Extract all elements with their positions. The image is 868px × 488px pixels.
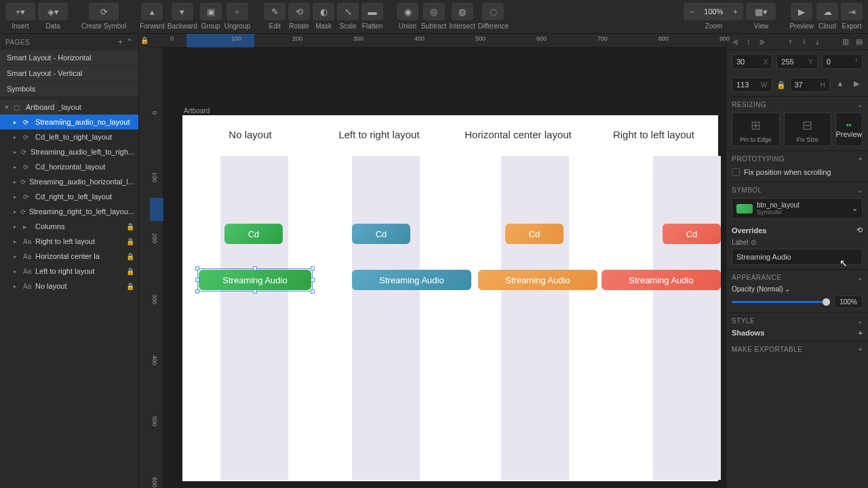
scale-button[interactable]: ⤡	[337, 3, 359, 20]
collapse-icon[interactable]: ⌄	[857, 317, 863, 325]
link-icon[interactable]: ⊙	[751, 239, 756, 246]
cloud-label: Cloud	[818, 22, 836, 30]
opacity-label: Opacity (Normal)	[732, 285, 783, 293]
zoom-value[interactable]: 100%	[700, 7, 727, 16]
dist-h-icon[interactable]: ▥	[840, 36, 852, 48]
align-middle-icon[interactable]: ⫲	[798, 36, 810, 48]
layer-item[interactable]: ▸⟳Streaming_audio_horizontal_l...	[0, 174, 138, 189]
align-top-icon[interactable]: ⫯	[785, 36, 797, 48]
dist-v-icon[interactable]: ▤	[853, 36, 865, 48]
left-panel: PAGES+⌃ Smart Layout - Horizontal Smart …	[0, 34, 139, 488]
x-input[interactable]: 30X	[732, 54, 772, 69]
layer-list: ▼▢Artboard ▸⟳Cd_no_layout▸⟳Streamiing_au…	[0, 100, 138, 488]
cd-button[interactable]: Cd	[663, 224, 721, 244]
override-input[interactable]: Streaming Audio	[732, 249, 863, 265]
view-button[interactable]: ▦▾	[746, 3, 776, 20]
edit-button[interactable]: ✎	[264, 3, 285, 20]
zoom-in-button[interactable]: +	[727, 3, 743, 20]
opacity-dropdown-icon[interactable]: ⌄	[785, 285, 790, 293]
cd-button[interactable]: Cd	[352, 224, 410, 244]
artboard[interactable]: No layout Left to right layout Horizonta…	[182, 115, 718, 481]
streaming-button[interactable]: Streaming Audio	[352, 270, 471, 290]
insert-button[interactable]: +▾	[5, 3, 35, 20]
group-button[interactable]: ▣	[200, 3, 222, 20]
data-button[interactable]: ◈▾	[38, 3, 68, 20]
add-prototype-icon[interactable]: +	[859, 155, 863, 163]
streaming-button[interactable]: Streaming Audio	[601, 270, 721, 290]
layer-item[interactable]: ▸⟳Cd_left_to_right_layout	[0, 129, 138, 144]
layer-item[interactable]: ▸▸Columns🔒	[0, 219, 138, 234]
flatten-button[interactable]: ▬	[361, 3, 383, 20]
streaming-button[interactable]: Streaming Audio	[478, 270, 597, 290]
layer-artboard[interactable]: ▼▢Artboard	[0, 100, 58, 115]
canvas[interactable]: Artboard No layout Left to right layout …	[163, 47, 726, 488]
forward-button[interactable]: ▴	[141, 3, 163, 20]
height-input[interactable]: 37H	[790, 77, 831, 92]
layer-item[interactable]: ▸⟳Streaming_audio_left_to_righ...	[0, 144, 138, 159]
zoom-out-button[interactable]: −	[684, 3, 700, 20]
layer-item[interactable]: ▸AaHorizontal center la🔒	[0, 249, 138, 264]
width-input[interactable]: 113W	[732, 77, 772, 92]
column-bg	[653, 156, 721, 480]
difference-label: Difference	[478, 22, 509, 30]
flip-h-icon[interactable]: ▲	[834, 77, 846, 89]
add-page-icon[interactable]: +	[118, 37, 123, 47]
layer-item[interactable]: ▸⟳Cd_right_to_left_layout	[0, 189, 138, 204]
fix-scroll-label: Fix position when scrolling	[744, 168, 831, 176]
symbol-selector[interactable]: btn_no_layoutSymbols/ ⌄	[732, 198, 863, 219]
align-bottom-icon[interactable]: ⫰	[812, 36, 824, 48]
collapse-icon[interactable]: ⌄	[857, 274, 863, 281]
page-item[interactable]: Smart Layout - Horizontal	[0, 50, 138, 65]
rotation-input[interactable]: 0°	[822, 54, 863, 69]
y-input[interactable]: 255Y	[776, 54, 817, 69]
union-button[interactable]: ◉	[397, 3, 418, 20]
collapse-pages-icon[interactable]: ⌃	[126, 37, 134, 47]
intersect-button[interactable]: ◍	[452, 3, 473, 20]
col-title: Left to right layout	[318, 129, 440, 140]
export-button[interactable]: ⇥	[841, 3, 863, 20]
add-shadow-icon[interactable]: +	[859, 329, 863, 337]
opacity-slider[interactable]	[732, 301, 830, 303]
page-item[interactable]: Symbols	[0, 81, 138, 96]
artboard-name: Artboard	[26, 103, 54, 111]
mask-button[interactable]: ◐	[313, 3, 334, 20]
align-left-icon[interactable]: ⫷	[729, 36, 741, 48]
cloud-button[interactable]: ☁	[816, 3, 838, 20]
align-bar: ⫷⫶⫸ ⫯⫲⫰ ▥▤	[726, 34, 868, 50]
backward-button[interactable]: ▾	[172, 3, 193, 20]
artboard-label[interactable]: Artboard	[184, 107, 210, 115]
flip-v-icon[interactable]: ▶	[850, 77, 863, 89]
cd-button[interactable]: Cd	[224, 224, 283, 244]
layer-item[interactable]: ▸⟳Streaming_right_to_left_layou...	[0, 204, 138, 219]
layer-item[interactable]: ▸⟳Streamiing_audio_no_layout	[0, 115, 138, 129]
layer-item[interactable]: ▸AaRight to left layout🔒	[0, 234, 138, 249]
cd-button[interactable]: Cd	[505, 224, 564, 244]
difference-button[interactable]: ◌	[482, 3, 504, 20]
subtract-button[interactable]: ◎	[423, 3, 445, 20]
subtract-label: Subtract	[421, 22, 446, 30]
create-symbol-button[interactable]: ⟳	[89, 3, 119, 20]
rotate-button[interactable]: ⟲	[288, 3, 310, 20]
collapse-icon[interactable]: ⌄	[857, 101, 863, 108]
align-center-icon[interactable]: ⫶	[743, 36, 755, 48]
lock-ruler-icon[interactable]: 🔒	[140, 37, 149, 44]
fix-scroll-checkbox[interactable]	[732, 168, 740, 176]
flatten-label: Flatten	[362, 22, 383, 30]
lock-ratio-icon[interactable]: 🔒	[776, 77, 786, 92]
align-right-icon[interactable]: ⫸	[756, 36, 768, 48]
page-item[interactable]: Smart Layout - Vertical	[0, 66, 138, 81]
edit-label: Edit	[269, 22, 280, 30]
add-export-icon[interactable]: +	[859, 346, 863, 353]
layer-item[interactable]: ▸AaLeft to right layout🔒	[0, 264, 138, 279]
reset-overrides-icon[interactable]: ⟲	[856, 226, 863, 235]
layer-item[interactable]: ▸AaNo layout🔒	[0, 279, 138, 293]
canvas-area[interactable]: 🔒 0100200300400500600700800900 010020030…	[139, 34, 726, 488]
layer-item[interactable]: ▸⟳Cd_horizontal_layout	[0, 159, 138, 174]
pin-edge-button[interactable]: ⊞Pin to Edge	[732, 113, 780, 146]
opacity-value[interactable]: 100%	[834, 296, 863, 308]
ungroup-button[interactable]: ▫	[226, 3, 248, 20]
collapse-icon[interactable]: ⌄	[857, 186, 863, 194]
rotate-label: Rotate	[289, 22, 309, 30]
fix-size-button[interactable]: ⊟Fix Size	[784, 113, 832, 146]
preview-button[interactable]: ▶	[791, 3, 812, 20]
